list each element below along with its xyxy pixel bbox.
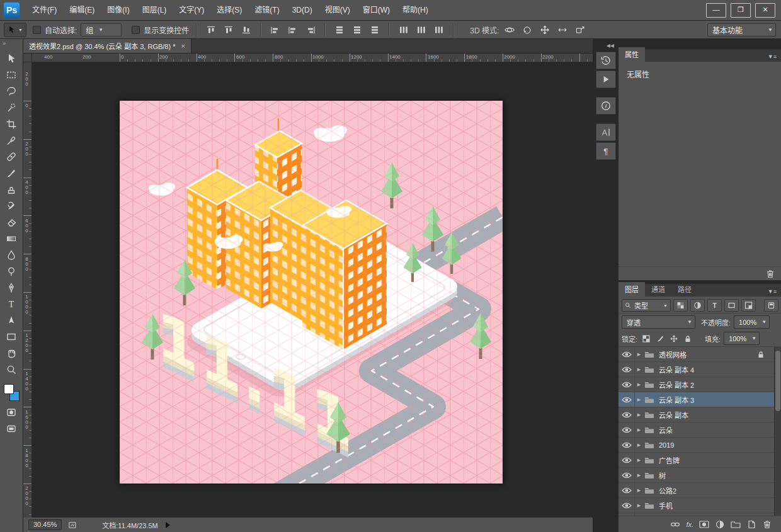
distribute-vcenter-button[interactable] (350, 23, 364, 36)
menu-image[interactable]: 图像(I) (101, 0, 135, 20)
eyedropper-tool[interactable] (0, 132, 23, 149)
filter-adjustment-layers-icon[interactable] (690, 299, 705, 312)
document-tab[interactable]: 透视效果2.psd @ 30.4% (云朵 副本 3, RGB/8) * × (23, 39, 191, 53)
expand-caret-icon[interactable]: ▶ (635, 473, 643, 478)
delete-layer-icon[interactable] (762, 520, 772, 529)
canvas[interactable]: 11.11 11.11 11.11 (120, 101, 503, 484)
lock-image-pixels-icon[interactable] (654, 334, 665, 344)
paragraph-panel-button[interactable] (596, 142, 616, 160)
expand-caret-icon[interactable]: ▶ (635, 458, 643, 463)
tab-channels[interactable]: 通道 (645, 282, 671, 297)
visibility-eye-icon[interactable] (619, 422, 635, 437)
layer-name[interactable]: 树 (659, 470, 666, 480)
expand-caret-icon[interactable]: ▶ (635, 443, 643, 448)
horizontal-type-tool[interactable]: T (0, 296, 23, 312)
show-transform-checkbox[interactable] (132, 26, 140, 34)
tab-layers[interactable]: 图层 (619, 282, 645, 297)
quick-selection-tool[interactable] (0, 99, 23, 116)
blur-tool[interactable] (0, 247, 23, 263)
auto-select-target-dropdown[interactable]: 组▼ (81, 23, 122, 37)
align-hcenter-button[interactable] (286, 23, 300, 36)
3d-pan-icon[interactable] (538, 23, 552, 36)
rectangular-marquee-tool[interactable] (0, 67, 23, 83)
history-brush-tool[interactable] (0, 198, 23, 214)
menu-3d[interactable]: 3D(D) (286, 0, 319, 20)
distribute-hcenter-button[interactable] (414, 23, 428, 36)
filter-shape-layers-icon[interactable] (724, 299, 739, 312)
menu-help[interactable]: 帮助(H) (396, 0, 435, 20)
layer-name[interactable]: 云朵 副本 (659, 410, 688, 420)
layer-name[interactable]: 云朵 (659, 425, 673, 435)
layer-row[interactable]: ▶ 云朵 副本 (619, 407, 781, 422)
layer-filter-type-dropdown[interactable]: 类型 ▼ (622, 299, 671, 312)
new-group-icon[interactable] (731, 520, 741, 529)
menu-type[interactable]: 文字(Y) (173, 0, 210, 20)
screen-mode-button[interactable] (0, 421, 23, 437)
align-right-button[interactable] (304, 23, 317, 36)
gradient-tool[interactable] (0, 230, 23, 247)
history-panel-button[interactable] (596, 52, 616, 69)
eraser-tool[interactable] (0, 214, 23, 230)
layer-name[interactable]: 云朵 副本 4 (659, 365, 694, 375)
brush-tool[interactable] (0, 165, 23, 181)
distribute-bottom-button[interactable] (368, 23, 382, 36)
visibility-eye-icon[interactable] (619, 498, 635, 512)
layer-row[interactable]: ▶ 云朵 副本 2 (619, 377, 781, 392)
expand-caret-icon[interactable]: ▶ (635, 427, 643, 433)
status-options-arrow-icon[interactable] (166, 522, 170, 528)
zoom-tool[interactable] (0, 361, 23, 378)
auto-select-checkbox[interactable] (33, 26, 41, 34)
visibility-eye-icon[interactable] (619, 377, 635, 392)
tab-properties[interactable]: 属性 (619, 47, 645, 62)
layer-name[interactable]: 广告牌 (659, 455, 680, 465)
filter-smart-objects-icon[interactable] (741, 299, 756, 312)
expand-caret-icon[interactable]: ▶ (635, 503, 643, 508)
close-button[interactable]: ✕ (755, 3, 775, 18)
minimize-button[interactable]: — (706, 3, 726, 18)
quick-mask-button[interactable] (0, 404, 23, 421)
maximize-button[interactable]: ❐ (731, 3, 751, 18)
canvas-viewport[interactable]: 200 0 200 400 600 800 1000 1200 1400 160… (23, 62, 593, 518)
3d-slide-icon[interactable] (556, 23, 569, 36)
link-layers-icon[interactable] (670, 520, 680, 529)
filter-toggle-switch[interactable] (764, 299, 778, 312)
new-layer-icon[interactable] (746, 520, 756, 529)
color-swatches[interactable] (0, 382, 23, 404)
3d-orbit-icon[interactable] (503, 23, 516, 36)
layer-row[interactable]: ▶ 广告牌 (619, 453, 781, 468)
layer-row[interactable]: ▶ 手机 (619, 498, 781, 513)
menu-file[interactable]: 文件(F) (26, 0, 63, 20)
trash-icon[interactable] (766, 269, 775, 278)
filter-pixel-layers-icon[interactable] (673, 299, 688, 312)
layer-name[interactable]: 云朵 副本 3 (659, 395, 694, 405)
distribute-left-button[interactable] (397, 23, 411, 36)
rectangle-tool[interactable] (0, 329, 23, 345)
lasso-tool[interactable] (0, 83, 23, 99)
add-layer-mask-icon[interactable] (699, 520, 709, 529)
visibility-eye-icon[interactable] (619, 513, 635, 516)
foreground-color-swatch[interactable] (4, 384, 14, 394)
lock-position-icon[interactable] (668, 334, 679, 344)
expand-caret-icon[interactable]: ▶ (635, 488, 643, 493)
lock-all-icon[interactable] (682, 334, 693, 344)
layer-row[interactable]: ▶ 云朵 副本 4 (619, 362, 781, 377)
workspace-switcher[interactable]: 基本功能▼ (707, 23, 776, 37)
visibility-eye-icon[interactable] (619, 392, 635, 407)
layer-name[interactable]: 手机 (659, 501, 673, 511)
layer-row[interactable]: ▶ 公路 (619, 513, 781, 516)
expand-caret-icon[interactable]: ▶ (635, 352, 643, 357)
scrollbar-thumb[interactable] (775, 351, 780, 411)
visibility-eye-icon[interactable] (619, 362, 635, 376)
visibility-eye-icon[interactable] (619, 453, 635, 467)
path-selection-tool[interactable] (0, 312, 23, 329)
spot-healing-brush-tool[interactable] (0, 149, 23, 165)
3d-roll-icon[interactable] (520, 23, 534, 36)
align-bottom-button[interactable] (239, 23, 253, 36)
layer-row-selected[interactable]: ▶ 云朵 副本 3 (619, 392, 781, 407)
hand-tool[interactable] (0, 345, 23, 361)
visibility-eye-icon[interactable] (619, 407, 635, 422)
menu-window[interactable]: 窗口(W) (356, 0, 396, 20)
layer-row[interactable]: ▶ 2019 (619, 438, 781, 453)
layer-row[interactable]: ▶ 树 (619, 468, 781, 483)
align-left-button[interactable] (268, 23, 282, 36)
